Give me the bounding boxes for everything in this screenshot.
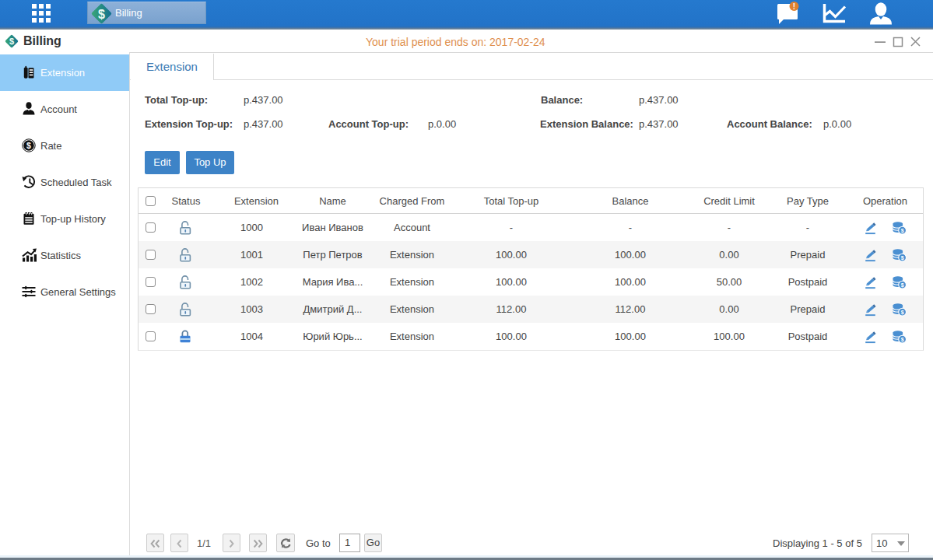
svg-text:!: !	[793, 2, 795, 11]
svg-text:$: $	[9, 37, 15, 46]
svg-text:$: $	[98, 8, 105, 21]
svg-text:$: $	[26, 141, 31, 150]
